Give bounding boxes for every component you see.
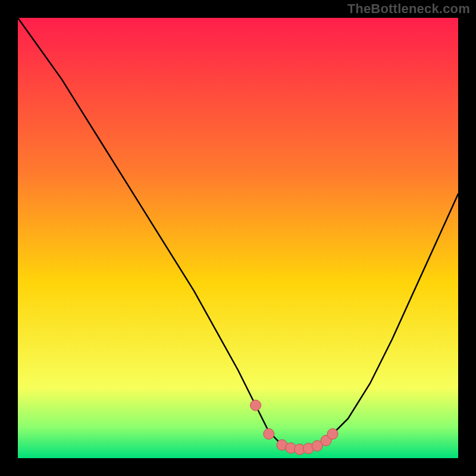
gradient-background: [18, 18, 458, 458]
chart-stage: TheBottleneck.com: [0, 0, 476, 476]
marker-dot: [264, 428, 274, 439]
watermark-text: TheBottleneck.com: [347, 1, 470, 17]
chart-svg: [18, 18, 458, 458]
marker-dot: [250, 400, 261, 411]
plot-area: [18, 18, 458, 458]
marker-dot: [327, 428, 338, 439]
